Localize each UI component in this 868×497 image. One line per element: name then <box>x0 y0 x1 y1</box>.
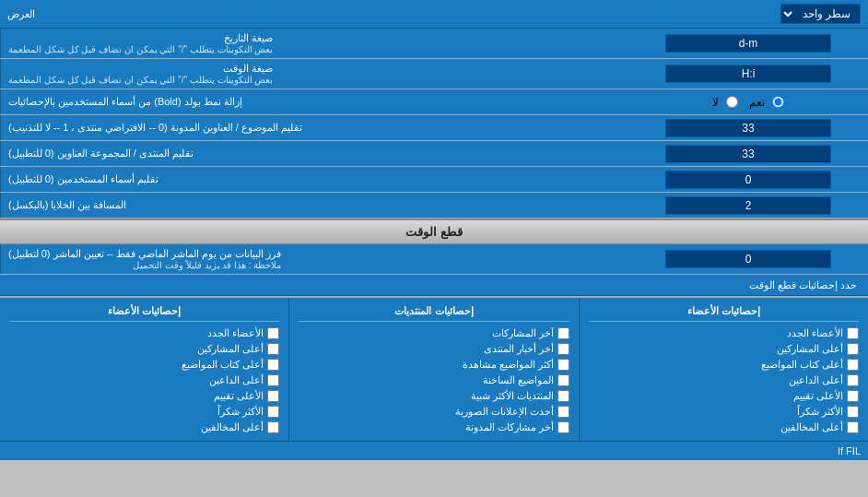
list-item: الأكثر شكراً <box>589 404 859 420</box>
checkbox-c2-2[interactable] <box>557 359 569 371</box>
list-item: أحدث الإعلانات الصورية <box>299 404 569 420</box>
checkbox-c2-0[interactable] <box>557 327 569 339</box>
list-item: أعلى كتاب المواضيع <box>9 357 279 373</box>
checkbox-c1-5[interactable] <box>267 406 279 418</box>
footer: If FIL <box>0 441 868 460</box>
date-format-row: d-m صيغة التاريخ بعض التكوينات يتطلب "/"… <box>0 29 868 59</box>
display-select[interactable]: سطر واحد سطران ثلاثة أسطر <box>780 4 861 24</box>
forum-order-input-cell: 33 <box>628 141 868 166</box>
list-item: أعلى الداعين <box>9 373 279 388</box>
time-format-input[interactable]: H:i <box>665 65 831 83</box>
bold-radio-cell: نعم لا <box>628 89 868 114</box>
list-item: الأكثر شكراً <box>9 404 279 420</box>
topic-order-row: 33 تقليم الموضوع / العناوين المدونة (0 -… <box>0 115 868 141</box>
list-item: أعلى المخالفين <box>589 420 859 435</box>
display-label: العرض <box>7 8 35 20</box>
checkbox-c3-4[interactable] <box>847 390 859 402</box>
time-data-row: 0 فرز البيانات من يوم الماشر الماضي فقط … <box>0 244 868 275</box>
top-section: سطر واحد سطران ثلاثة أسطر العرض <box>0 0 868 29</box>
forum-order-input[interactable]: 33 <box>665 145 831 163</box>
footer-text: If FIL <box>838 445 861 456</box>
checkbox-col-2: إحصائيات المنتديات آخر المشاركات أخر أخب… <box>288 298 578 441</box>
col2-header: إحصائيات المنتديات <box>299 303 569 322</box>
checkbox-c3-1[interactable] <box>847 343 859 355</box>
topic-order-input[interactable]: 33 <box>665 119 831 137</box>
list-item: أعلى الداعين <box>589 373 859 388</box>
col1-header: إحصائيات الأعضاء <box>9 303 279 322</box>
stats-label-row: حدد إحصائيات قطع الوقت <box>0 275 868 296</box>
list-item: آخر المشاركات <box>299 325 569 341</box>
list-item: الأعلى تقييم <box>9 388 279 404</box>
checkbox-c3-2[interactable] <box>847 359 859 371</box>
forum-order-label: تقليم المنتدى / المجموعة العناوين (0 للت… <box>0 141 628 166</box>
checkbox-c3-3[interactable] <box>847 374 859 386</box>
date-format-label: صيغة التاريخ بعض التكوينات يتطلب "/" الت… <box>0 29 628 58</box>
cell-spacing-label: المسافة بين الخلايا (بالبكسل) <box>0 193 628 218</box>
checkbox-c2-6[interactable] <box>557 421 569 433</box>
time-format-label: صيغة الوقت بعض التكوينات يتطلب "/" التي … <box>0 59 628 89</box>
list-item: المنتديات الأكثر شبية <box>299 388 569 404</box>
list-item: أعلى كتاب المواضيع <box>589 357 859 373</box>
checkbox-c2-4[interactable] <box>557 390 569 402</box>
list-item: أخر مشاركات المدونة <box>299 420 569 435</box>
checkbox-c3-6[interactable] <box>847 421 859 433</box>
cell-spacing-input[interactable]: 2 <box>665 196 831 215</box>
checkbox-c3-5[interactable] <box>847 406 859 418</box>
cell-spacing-input-cell: 2 <box>628 193 868 218</box>
checkbox-c1-0[interactable] <box>267 327 279 339</box>
checkbox-c1-4[interactable] <box>267 390 279 402</box>
checkbox-c1-6[interactable] <box>267 421 279 433</box>
checkbox-col-3: إحصائيات الأعضاء الأعضاء الجدد أعلى المش… <box>579 298 868 441</box>
time-data-input[interactable]: 0 <box>665 250 831 268</box>
list-item: أعلى المخالفين <box>9 420 279 435</box>
checkbox-c3-0[interactable] <box>847 327 859 339</box>
date-format-input-cell: d-m <box>628 29 868 58</box>
list-item: الأعضاء الجدد <box>9 325 279 341</box>
list-item: أكثر المواضيع مشاهدة <box>299 357 569 373</box>
topic-order-label: تقليم الموضوع / العناوين المدونة (0 -- ا… <box>0 115 628 140</box>
time-data-input-cell: 0 <box>628 244 868 274</box>
cell-spacing-row: 2 المسافة بين الخلايا (بالبكسل) <box>0 193 868 219</box>
checkbox-c2-1[interactable] <box>557 343 569 355</box>
list-item: الأعضاء الجدد <box>589 325 859 341</box>
checkbox-col-1: إحصائيات الأعضاء الأعضاء الجدد أعلى المش… <box>0 298 288 441</box>
bold-yes-radio[interactable] <box>772 96 784 108</box>
checkbox-c2-5[interactable] <box>557 406 569 418</box>
username-trim-input[interactable]: 0 <box>665 171 831 189</box>
bold-no-radio[interactable] <box>726 96 738 108</box>
bold-remove-label: إزالة نمط بولد (Bold) من أسماء المستخدمي… <box>0 89 628 114</box>
bold-yes-label[interactable]: نعم <box>749 96 784 109</box>
bold-no-label[interactable]: لا <box>712 96 738 109</box>
topic-order-input-cell: 33 <box>628 115 868 140</box>
checkbox-section: إحصائيات الأعضاء الأعضاء الجدد أعلى المش… <box>0 296 868 441</box>
list-item: المواضيع الساخنة <box>299 373 569 388</box>
col3-header: إحصائيات الأعضاء <box>589 303 859 322</box>
date-format-input[interactable]: d-m <box>665 34 831 53</box>
username-trim-row: 0 تقليم أسماء المستخدمين (0 للتطبيل) <box>0 167 868 193</box>
list-item: الأعلى تقييم <box>589 388 859 404</box>
time-format-input-cell: H:i <box>628 59 868 89</box>
checkbox-c1-2[interactable] <box>267 359 279 371</box>
username-trim-label: تقليم أسماء المستخدمين (0 للتطبيل) <box>0 167 628 192</box>
time-data-label: فرز البيانات من يوم الماشر الماضي فقط --… <box>0 244 628 274</box>
checkbox-c1-1[interactable] <box>267 343 279 355</box>
username-trim-input-cell: 0 <box>628 167 868 192</box>
time-section-header: قطع الوقت <box>0 219 868 244</box>
bold-remove-row: نعم لا إزالة نمط بولد (Bold) من أسماء ال… <box>0 89 868 115</box>
list-item: أعلى المشاركين <box>589 341 859 357</box>
checkbox-c2-3[interactable] <box>557 374 569 386</box>
checkbox-c1-3[interactable] <box>267 374 279 386</box>
stats-label: حدد إحصائيات قطع الوقت <box>749 279 857 290</box>
list-item: أخر أخبار المنتدى <box>299 341 569 357</box>
list-item: أعلى المشاركين <box>9 341 279 357</box>
time-format-row: H:i صيغة الوقت بعض التكوينات يتطلب "/" ا… <box>0 59 868 89</box>
forum-order-row: 33 تقليم المنتدى / المجموعة العناوين (0 … <box>0 141 868 167</box>
